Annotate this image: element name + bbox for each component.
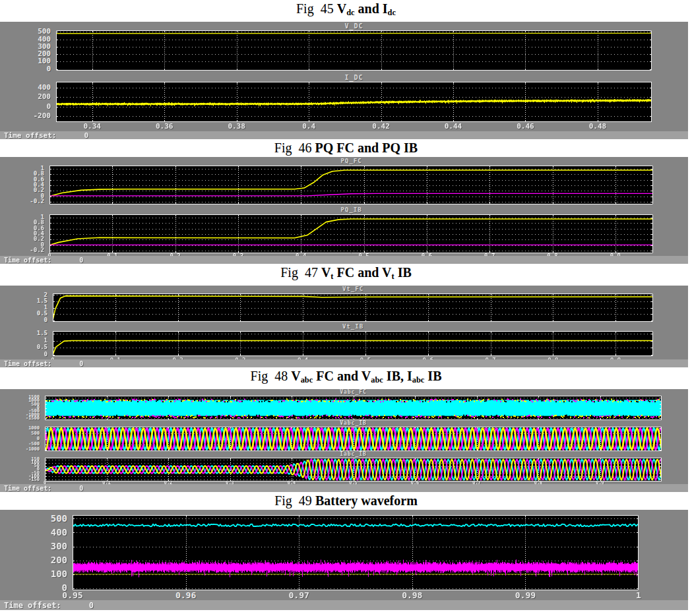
caption-text: PQ FC and PQ IB (315, 140, 418, 155)
caption-text: dc (388, 8, 396, 17)
caption-text: V (321, 265, 330, 280)
plot-title: I_DC (56, 74, 652, 81)
plot-canvas (45, 396, 662, 420)
x-tick-label: 0.48 (578, 123, 617, 130)
y-tick-label: -1000 (0, 447, 40, 452)
figure-caption: Fig 48 Vabc FC and Vabc IB, Iabc IB (0, 368, 692, 388)
time-offset-bar: Time offset:0 (0, 600, 688, 610)
caption-text: I (383, 1, 388, 16)
caption-text: V (362, 369, 371, 383)
time-offset-label: Time offset: (0, 257, 51, 264)
time-offset-label: Time offset: (0, 360, 51, 367)
figures-container: Fig 45 Vdc and IdcV_DC5004003002001000I_… (0, 1, 692, 610)
y-tick-label: 500 (0, 514, 67, 523)
y-tick-label: 100 (0, 569, 67, 578)
time-offset-bar: Time offset:0 (0, 359, 688, 367)
y-tick-label: 1.5 (0, 298, 47, 304)
y-tick-label: -200 (0, 112, 51, 119)
caption-text: V (291, 369, 300, 383)
time-offset-value: 0 (79, 360, 83, 367)
x-tick-label: 0.38 (217, 123, 257, 130)
time-offset-label: Time offset: (0, 601, 61, 610)
caption-text: abc (301, 375, 313, 385)
plot-canvas (56, 30, 652, 71)
figure-caption: Fig 46 PQ FC and PQ IB (0, 140, 692, 156)
y-tick-label: -500 (0, 442, 40, 447)
x-tick-label: 0.97 (279, 591, 319, 600)
caption-text: V (382, 265, 391, 280)
plot-title: Iabc_IB (45, 451, 662, 457)
figure-caption: Fig 49 Battery waveform (0, 493, 692, 508)
y-tick-label: -0.2 (0, 247, 44, 253)
x-tick-label: 0.96 (166, 591, 206, 600)
x-tick-label: 0.44 (433, 123, 473, 130)
y-tick-label: 200 (0, 555, 67, 565)
caption-text: IB, (383, 369, 407, 383)
y-tick-label: 1 (0, 338, 47, 344)
x-tick-label: 0.46 (505, 123, 545, 130)
y-tick-label: 500 (0, 431, 40, 436)
plot-title: Vt_IB (53, 323, 653, 330)
caption-text: I (407, 369, 412, 383)
time-offset-bar: Time offset:0 (0, 484, 688, 492)
plot-title: Vt_FC (53, 286, 653, 292)
plot-canvas (53, 293, 653, 322)
plot-title: V_DC (56, 22, 652, 30)
caption-text: Fig 49 (274, 493, 315, 508)
caption-text: FC and (334, 265, 383, 280)
plot-canvas (45, 458, 662, 481)
plot-title: Vabc_IB (45, 420, 662, 426)
time-offset-value: 0 (79, 257, 83, 264)
caption-text: FC and (313, 369, 362, 383)
plot-title: PQ_IB (49, 206, 653, 213)
time-offset-bar: Time offset:0 (0, 131, 688, 139)
plot-canvas (49, 214, 653, 253)
plot-canvas (49, 166, 653, 204)
x-tick-label: 0.36 (144, 123, 184, 130)
y-tick-label: 400 (0, 528, 67, 537)
y-tick-label: 500 (0, 28, 51, 35)
y-tick-label: 100 (0, 57, 51, 65)
y-tick-label: 0 (0, 437, 40, 441)
figure-caption: Fig 45 Vdc and Idc (0, 1, 692, 20)
x-tick-label: 1 (619, 591, 658, 600)
y-tick-label: -0.2 (0, 199, 44, 204)
x-tick-label: 0.99 (505, 591, 545, 600)
time-offset-value: 0 (79, 485, 83, 492)
caption-text: IB (394, 265, 412, 280)
plot-title: PQ_FC (49, 158, 653, 164)
scope-panel: Vt_FC21.510.50Vt_IB1.510.5000.10.20.30.4… (0, 286, 688, 367)
plot-title: Vabc_FC (45, 389, 662, 395)
y-tick-label: 0 (0, 103, 51, 110)
plot-canvas (73, 515, 639, 590)
time-offset-bar: Time offset:0 (0, 256, 688, 264)
plot-canvas (45, 427, 662, 451)
caption-text: Fig 46 (274, 140, 315, 155)
y-tick-label: 0 (0, 65, 51, 73)
y-tick-label: 0.5 (0, 344, 47, 350)
caption-text: Fig 47 (280, 265, 321, 280)
y-tick-label: 0 (0, 352, 47, 357)
y-tick-label: 400 (0, 36, 51, 43)
scope-panel: 50040030020010000.950.960.970.980.991Tim… (0, 510, 688, 610)
figure-caption: Fig 47 Vt FC and Vt IB (0, 264, 692, 284)
caption-text: dc (346, 8, 354, 17)
time-offset-label: Time offset: (0, 131, 56, 140)
x-tick-label: 0.95 (53, 591, 92, 600)
document-page: Fig 45 Vdc and IdcV_DC5004003002001000I_… (0, 0, 692, 616)
x-tick-label: 0.42 (362, 123, 401, 130)
y-tick-label: 1000 (0, 426, 40, 431)
caption-text: abc (412, 375, 425, 385)
caption-text: Fig 48 (251, 369, 292, 383)
caption-text: Battery waveform (315, 493, 418, 508)
y-tick-label: 0 (0, 317, 47, 323)
x-tick-label: 0.4 (289, 123, 329, 130)
scope-panel: Vabc_FC150010005000-500-1000-1500Vabc_IB… (0, 389, 688, 492)
plot-canvas (56, 82, 652, 122)
caption-text: IB (424, 369, 441, 383)
y-tick-label: 400 (0, 84, 51, 91)
caption-text: and (355, 1, 383, 16)
x-tick-label: 0.34 (73, 123, 112, 130)
y-tick-label: 1.5 (0, 330, 47, 336)
scope-panel: PQ_FC10.80.60.40.20-0.2PQ_IB10.80.60.40.… (0, 157, 688, 264)
